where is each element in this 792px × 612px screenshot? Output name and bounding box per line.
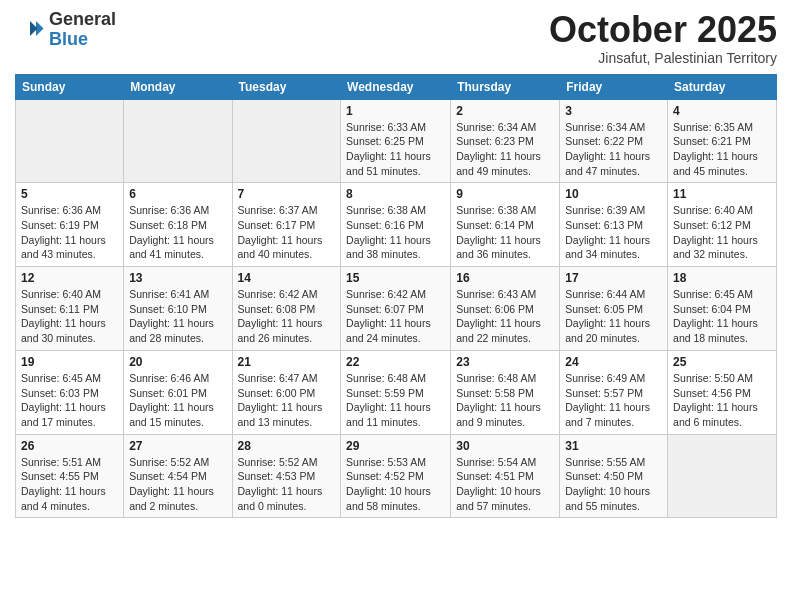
day-info: Sunrise: 5:50 AM Sunset: 4:56 PM Dayligh… <box>673 371 771 430</box>
day-number: 12 <box>21 271 118 285</box>
calendar-cell: 17Sunrise: 6:44 AM Sunset: 6:05 PM Dayli… <box>560 267 668 351</box>
calendar-header-thursday: Thursday <box>451 74 560 99</box>
day-info: Sunrise: 6:42 AM Sunset: 6:07 PM Dayligh… <box>346 287 445 346</box>
day-number: 17 <box>565 271 662 285</box>
day-number: 18 <box>673 271 771 285</box>
day-info: Sunrise: 6:38 AM Sunset: 6:14 PM Dayligh… <box>456 203 554 262</box>
calendar-cell: 1Sunrise: 6:33 AM Sunset: 6:25 PM Daylig… <box>341 99 451 183</box>
calendar-week-row: 5Sunrise: 6:36 AM Sunset: 6:19 PM Daylig… <box>16 183 777 267</box>
calendar-cell: 28Sunrise: 5:52 AM Sunset: 4:53 PM Dayli… <box>232 434 341 518</box>
calendar-cell: 29Sunrise: 5:53 AM Sunset: 4:52 PM Dayli… <box>341 434 451 518</box>
day-number: 4 <box>673 104 771 118</box>
calendar-header-tuesday: Tuesday <box>232 74 341 99</box>
calendar-cell: 20Sunrise: 6:46 AM Sunset: 6:01 PM Dayli… <box>124 350 232 434</box>
calendar-table: SundayMondayTuesdayWednesdayThursdayFrid… <box>15 74 777 519</box>
day-number: 8 <box>346 187 445 201</box>
day-number: 27 <box>129 439 226 453</box>
day-number: 6 <box>129 187 226 201</box>
calendar-cell: 6Sunrise: 6:36 AM Sunset: 6:18 PM Daylig… <box>124 183 232 267</box>
day-number: 24 <box>565 355 662 369</box>
calendar-cell: 25Sunrise: 5:50 AM Sunset: 4:56 PM Dayli… <box>668 350 777 434</box>
calendar-cell: 16Sunrise: 6:43 AM Sunset: 6:06 PM Dayli… <box>451 267 560 351</box>
day-info: Sunrise: 6:48 AM Sunset: 5:59 PM Dayligh… <box>346 371 445 430</box>
calendar-week-row: 1Sunrise: 6:33 AM Sunset: 6:25 PM Daylig… <box>16 99 777 183</box>
logo-icon <box>15 15 45 45</box>
day-number: 19 <box>21 355 118 369</box>
day-info: Sunrise: 6:43 AM Sunset: 6:06 PM Dayligh… <box>456 287 554 346</box>
day-number: 2 <box>456 104 554 118</box>
calendar-cell: 18Sunrise: 6:45 AM Sunset: 6:04 PM Dayli… <box>668 267 777 351</box>
day-info: Sunrise: 6:34 AM Sunset: 6:22 PM Dayligh… <box>565 120 662 179</box>
logo-blue-text: Blue <box>49 30 116 50</box>
calendar-cell: 26Sunrise: 5:51 AM Sunset: 4:55 PM Dayli… <box>16 434 124 518</box>
day-info: Sunrise: 6:44 AM Sunset: 6:05 PM Dayligh… <box>565 287 662 346</box>
calendar-week-row: 26Sunrise: 5:51 AM Sunset: 4:55 PM Dayli… <box>16 434 777 518</box>
location-subtitle: Jinsafut, Palestinian Territory <box>549 50 777 66</box>
calendar-header-sunday: Sunday <box>16 74 124 99</box>
calendar-cell: 27Sunrise: 5:52 AM Sunset: 4:54 PM Dayli… <box>124 434 232 518</box>
logo-text: General Blue <box>49 10 116 50</box>
calendar-cell <box>668 434 777 518</box>
calendar-cell: 24Sunrise: 6:49 AM Sunset: 5:57 PM Dayli… <box>560 350 668 434</box>
day-info: Sunrise: 6:39 AM Sunset: 6:13 PM Dayligh… <box>565 203 662 262</box>
month-title: October 2025 <box>549 10 777 50</box>
calendar-cell: 31Sunrise: 5:55 AM Sunset: 4:50 PM Dayli… <box>560 434 668 518</box>
calendar-cell: 2Sunrise: 6:34 AM Sunset: 6:23 PM Daylig… <box>451 99 560 183</box>
day-info: Sunrise: 5:53 AM Sunset: 4:52 PM Dayligh… <box>346 455 445 514</box>
calendar-cell: 22Sunrise: 6:48 AM Sunset: 5:59 PM Dayli… <box>341 350 451 434</box>
calendar-week-row: 12Sunrise: 6:40 AM Sunset: 6:11 PM Dayli… <box>16 267 777 351</box>
calendar-cell: 30Sunrise: 5:54 AM Sunset: 4:51 PM Dayli… <box>451 434 560 518</box>
calendar-cell: 12Sunrise: 6:40 AM Sunset: 6:11 PM Dayli… <box>16 267 124 351</box>
calendar-cell: 7Sunrise: 6:37 AM Sunset: 6:17 PM Daylig… <box>232 183 341 267</box>
day-info: Sunrise: 5:55 AM Sunset: 4:50 PM Dayligh… <box>565 455 662 514</box>
day-info: Sunrise: 6:45 AM Sunset: 6:04 PM Dayligh… <box>673 287 771 346</box>
day-number: 15 <box>346 271 445 285</box>
day-number: 31 <box>565 439 662 453</box>
day-number: 10 <box>565 187 662 201</box>
day-number: 26 <box>21 439 118 453</box>
logo-general-text: General <box>49 10 116 30</box>
calendar-cell <box>124 99 232 183</box>
day-info: Sunrise: 6:45 AM Sunset: 6:03 PM Dayligh… <box>21 371 118 430</box>
day-number: 29 <box>346 439 445 453</box>
calendar-cell <box>16 99 124 183</box>
day-info: Sunrise: 6:49 AM Sunset: 5:57 PM Dayligh… <box>565 371 662 430</box>
day-info: Sunrise: 5:51 AM Sunset: 4:55 PM Dayligh… <box>21 455 118 514</box>
day-info: Sunrise: 6:41 AM Sunset: 6:10 PM Dayligh… <box>129 287 226 346</box>
day-info: Sunrise: 6:46 AM Sunset: 6:01 PM Dayligh… <box>129 371 226 430</box>
day-number: 25 <box>673 355 771 369</box>
calendar-cell: 15Sunrise: 6:42 AM Sunset: 6:07 PM Dayli… <box>341 267 451 351</box>
day-number: 30 <box>456 439 554 453</box>
day-info: Sunrise: 5:54 AM Sunset: 4:51 PM Dayligh… <box>456 455 554 514</box>
day-number: 1 <box>346 104 445 118</box>
day-number: 9 <box>456 187 554 201</box>
calendar-cell: 13Sunrise: 6:41 AM Sunset: 6:10 PM Dayli… <box>124 267 232 351</box>
day-number: 23 <box>456 355 554 369</box>
calendar-cell: 21Sunrise: 6:47 AM Sunset: 6:00 PM Dayli… <box>232 350 341 434</box>
calendar-header-friday: Friday <box>560 74 668 99</box>
calendar-cell: 14Sunrise: 6:42 AM Sunset: 6:08 PM Dayli… <box>232 267 341 351</box>
calendar-cell: 3Sunrise: 6:34 AM Sunset: 6:22 PM Daylig… <box>560 99 668 183</box>
title-area: October 2025 Jinsafut, Palestinian Terri… <box>549 10 777 66</box>
day-number: 22 <box>346 355 445 369</box>
page-header: General Blue October 2025 Jinsafut, Pale… <box>15 10 777 66</box>
day-info: Sunrise: 6:34 AM Sunset: 6:23 PM Dayligh… <box>456 120 554 179</box>
calendar-cell: 10Sunrise: 6:39 AM Sunset: 6:13 PM Dayli… <box>560 183 668 267</box>
calendar-header-saturday: Saturday <box>668 74 777 99</box>
day-info: Sunrise: 6:36 AM Sunset: 6:19 PM Dayligh… <box>21 203 118 262</box>
day-info: Sunrise: 6:36 AM Sunset: 6:18 PM Dayligh… <box>129 203 226 262</box>
day-number: 28 <box>238 439 336 453</box>
calendar-header-monday: Monday <box>124 74 232 99</box>
day-info: Sunrise: 6:38 AM Sunset: 6:16 PM Dayligh… <box>346 203 445 262</box>
day-number: 11 <box>673 187 771 201</box>
calendar-cell: 19Sunrise: 6:45 AM Sunset: 6:03 PM Dayli… <box>16 350 124 434</box>
day-info: Sunrise: 6:35 AM Sunset: 6:21 PM Dayligh… <box>673 120 771 179</box>
day-number: 5 <box>21 187 118 201</box>
calendar-cell <box>232 99 341 183</box>
day-info: Sunrise: 6:40 AM Sunset: 6:12 PM Dayligh… <box>673 203 771 262</box>
day-info: Sunrise: 6:42 AM Sunset: 6:08 PM Dayligh… <box>238 287 336 346</box>
calendar-header-wednesday: Wednesday <box>341 74 451 99</box>
calendar-week-row: 19Sunrise: 6:45 AM Sunset: 6:03 PM Dayli… <box>16 350 777 434</box>
logo: General Blue <box>15 10 116 50</box>
day-number: 16 <box>456 271 554 285</box>
